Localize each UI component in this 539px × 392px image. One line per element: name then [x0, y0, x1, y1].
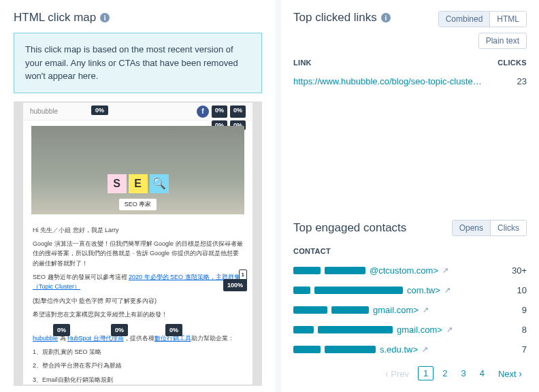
contacts-table-header: CONTACT — [293, 247, 527, 261]
external-link-icon[interactable]: ↗ — [442, 266, 448, 275]
open-count: 8 — [522, 325, 527, 335]
page-3[interactable]: 3 — [457, 367, 471, 380]
click-badge[interactable]: 0% — [91, 105, 108, 115]
click-badge[interactable]: 0% — [165, 324, 182, 336]
click-map-title-text: HTML click map — [14, 11, 96, 24]
info-icon[interactable]: i — [381, 13, 391, 22]
next-button[interactable]: Next › — [493, 367, 527, 380]
engaged-header: Top engaged contacts Opens Clicks — [293, 220, 527, 236]
engaged-title: Top engaged contacts — [293, 221, 406, 235]
greeting: Hi 先生／小姐 您好，我是 Larry — [33, 225, 243, 235]
click-badge[interactable]: 100% — [223, 279, 247, 291]
external-link-icon[interactable]: ↗ — [446, 325, 453, 334]
contact-row: s.edu.tw> ↗7 — [293, 340, 527, 359]
open-count: 10 — [517, 285, 527, 295]
tab-html[interactable]: HTML — [490, 12, 526, 27]
block-s: S — [108, 174, 127, 193]
li2: 2、整合跨平台潛在客戶行為脈絡 — [33, 361, 243, 370]
external-link-icon[interactable]: ↗ — [422, 345, 428, 354]
contact-email[interactable]: gmail.com> ↗ — [293, 305, 429, 315]
tab-plain[interactable]: Plain text — [478, 33, 527, 49]
info-icon[interactable]: i — [100, 13, 110, 22]
hero-caption: SEO 專家 — [119, 199, 157, 210]
page-2[interactable]: 2 — [438, 367, 452, 380]
seo-blocks: S E 🔍 — [108, 174, 169, 193]
pagination: ‹ Prev 1 2 3 4 Next › — [293, 366, 527, 380]
contact-email[interactable]: gmail.com> ↗ — [293, 325, 453, 335]
click-map-panel: HTML click map i This click map is based… — [0, 0, 276, 392]
social-badges: f 0% 0% — [197, 105, 246, 118]
col-contact: CONTACT — [293, 247, 331, 255]
contact-row: @ctcustom.com> ↗30+ — [293, 261, 527, 280]
contact-row: gmail.com> ↗8 — [293, 320, 527, 340]
link-row: https://www.hububble.co/blog/seo-topic-c… — [293, 72, 527, 91]
link-url[interactable]: https://www.hububble.co/blog/seo-topic-c… — [293, 76, 484, 86]
external-link-icon[interactable]: ↗ — [444, 286, 451, 295]
click-map-notice: This click map is based on the most rece… — [14, 33, 262, 93]
col-clicks: CLICKS — [497, 59, 527, 67]
logo: hububble — [30, 108, 58, 115]
contact-row: com.tw> ↗10 — [293, 280, 527, 300]
para2: SEO 趨勢近年的發展可以參考這裡 2020 年必學的 SEO 進階策略，主題群… — [33, 272, 243, 292]
click-map-title: HTML click map i — [14, 11, 262, 24]
col-link: LINK — [293, 59, 312, 67]
email-body: Hi 先生／小姐 您好，我是 Larry Google 演算法一直在改變！但我們… — [23, 220, 252, 386]
para3: 希望這對您在文案構思與文章經營上有新的啟發！ — [33, 310, 243, 319]
email-preview: hububble 0% f 0% 0% 0% 0% S E 🔍 SEO 專家 — [14, 101, 262, 386]
page-4[interactable]: 4 — [475, 367, 489, 380]
tab-combined[interactable]: Combined — [439, 12, 491, 27]
note: (點擊信件內文中 藍色字體 即可了解更多內容) — [33, 296, 243, 306]
click-badge[interactable]: 0% — [230, 105, 246, 118]
facebook-icon[interactable]: f — [197, 105, 209, 118]
engaged-tabs: Opens Clicks — [452, 220, 527, 236]
contact-email[interactable]: com.tw> ↗ — [293, 285, 451, 295]
hero-image: S E 🔍 SEO 專家 — [31, 126, 244, 214]
block-o: 🔍 — [150, 174, 169, 193]
links-table-header: LINK CLICKS — [293, 59, 527, 72]
click-badge[interactable]: 0% — [111, 324, 128, 336]
right-panel: Top clicked links i Combined HTML Plain … — [281, 0, 539, 392]
contact-row: gmail.com> ↗9 — [293, 300, 527, 320]
external-link-icon[interactable]: ↗ — [423, 306, 429, 314]
top-links-title: Top clicked links — [293, 11, 377, 24]
para1: Google 演算法一直在改變！但我們簡單理解 Google 的目標是想提供探尋… — [33, 239, 243, 268]
top-links-header: Top clicked links i Combined HTML — [293, 11, 527, 27]
tab-clicks[interactable]: Clicks — [491, 220, 526, 235]
li1: 1、規劃扎實的 SEO 策略 — [33, 347, 243, 357]
click-badge[interactable]: 0% — [53, 324, 70, 336]
open-count: 30+ — [512, 265, 527, 276]
tab-opens[interactable]: Opens — [453, 220, 491, 235]
page-1[interactable]: 1 — [418, 366, 434, 380]
block-e: E — [129, 174, 148, 193]
contact-email[interactable]: @ctcustom.com> ↗ — [293, 265, 448, 276]
contact-email[interactable]: s.edu.tw> ↗ — [293, 344, 428, 355]
open-count: 9 — [522, 305, 527, 315]
open-count: 7 — [522, 344, 527, 355]
click-badge[interactable]: 0% — [212, 105, 227, 118]
link-clicks: 23 — [517, 76, 527, 86]
link-type-tabs: Combined HTML — [438, 11, 527, 27]
li3: 3、Email自動化行銷策略規劃 — [33, 375, 243, 385]
prev-button[interactable]: ‹ Prev — [380, 367, 414, 380]
